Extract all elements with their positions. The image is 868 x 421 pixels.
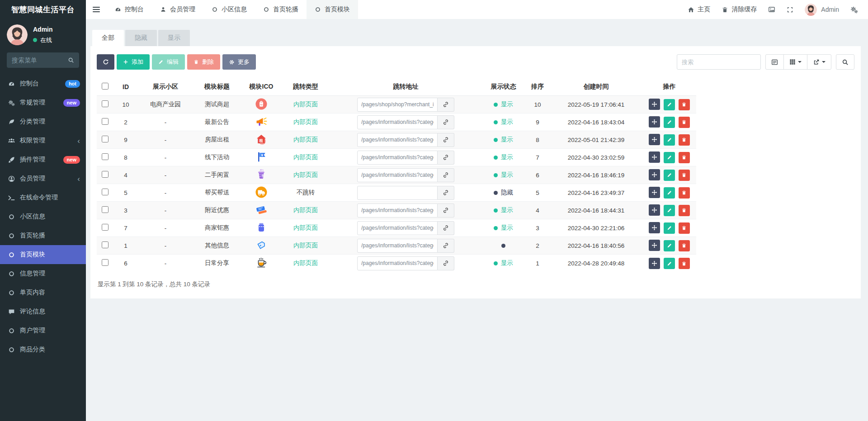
edit-row-button[interactable] bbox=[664, 117, 675, 128]
row-checkbox[interactable] bbox=[102, 118, 108, 125]
edit-row-button[interactable] bbox=[664, 99, 675, 110]
jump-url-input[interactable] bbox=[357, 203, 438, 218]
row-checkbox[interactable] bbox=[102, 171, 108, 178]
row-checkbox[interactable] bbox=[102, 189, 108, 195]
jump-url-input[interactable] bbox=[357, 133, 438, 147]
clear-cache-button[interactable]: 清除缓存 bbox=[722, 5, 757, 14]
move-button[interactable] bbox=[649, 151, 660, 163]
delete-row-button[interactable] bbox=[679, 187, 690, 199]
edit-row-button[interactable] bbox=[664, 258, 675, 269]
jump-url-input[interactable] bbox=[357, 115, 438, 129]
link-button[interactable] bbox=[438, 133, 454, 147]
edit-row-button[interactable] bbox=[664, 152, 675, 163]
move-button[interactable] bbox=[649, 204, 660, 216]
export-button[interactable] bbox=[807, 54, 831, 70]
fullscreen-icon[interactable] bbox=[787, 6, 793, 13]
delete-button[interactable]: 删除 bbox=[187, 54, 220, 70]
link-button[interactable] bbox=[438, 256, 454, 270]
sidebar-item-分类管理[interactable]: 分类管理 bbox=[0, 112, 86, 131]
delete-row-button[interactable] bbox=[679, 222, 690, 234]
filter-tab-全部[interactable]: 全部 bbox=[92, 30, 124, 46]
edit-row-button[interactable] bbox=[664, 170, 675, 181]
more-button[interactable]: 更多 bbox=[222, 54, 256, 70]
delete-row-button[interactable] bbox=[679, 134, 690, 146]
delete-row-button[interactable] bbox=[679, 170, 690, 181]
sidebar-item-会员管理[interactable]: 会员管理‹ bbox=[0, 169, 86, 188]
home-link[interactable]: 主页 bbox=[688, 5, 710, 14]
delete-row-button[interactable] bbox=[679, 117, 690, 128]
delete-row-button[interactable] bbox=[679, 205, 690, 216]
sidebar-item-首页轮播[interactable]: 首页轮播 bbox=[0, 226, 86, 245]
delete-row-button[interactable] bbox=[679, 152, 690, 163]
move-button[interactable] bbox=[649, 240, 660, 251]
delete-row-button[interactable] bbox=[679, 240, 690, 251]
jump-url-input[interactable] bbox=[357, 186, 438, 200]
detail-view-button[interactable] bbox=[765, 54, 784, 70]
delete-row-button[interactable] bbox=[679, 258, 690, 269]
row-checkbox[interactable] bbox=[102, 153, 108, 160]
filter-tab-隐藏[interactable]: 隐藏 bbox=[125, 30, 157, 46]
sidebar-item-小区信息[interactable]: 小区信息 bbox=[0, 207, 86, 226]
move-button[interactable] bbox=[649, 222, 660, 233]
sidebar-item-常规管理[interactable]: 常规管理new bbox=[0, 93, 86, 112]
filter-tab-显示[interactable]: 显示 bbox=[158, 30, 190, 46]
sidebar-item-插件管理[interactable]: 插件管理new bbox=[0, 150, 86, 169]
select-all-checkbox[interactable] bbox=[102, 83, 108, 90]
move-button[interactable] bbox=[649, 169, 660, 180]
row-checkbox[interactable] bbox=[102, 136, 108, 142]
sidebar-item-首页模块[interactable]: 首页模块 bbox=[0, 245, 86, 264]
sidebar-item-商户管理[interactable]: 商户管理 bbox=[0, 321, 86, 340]
jump-url-input[interactable] bbox=[357, 256, 438, 270]
jump-url-input[interactable] bbox=[357, 239, 438, 253]
edit-button[interactable]: 编辑 bbox=[152, 54, 185, 70]
edit-row-button[interactable] bbox=[664, 205, 675, 216]
sidebar-item-权限管理[interactable]: 权限管理‹ bbox=[0, 131, 86, 150]
delete-row-button[interactable] bbox=[679, 99, 690, 110]
move-button[interactable] bbox=[649, 99, 660, 110]
row-checkbox[interactable] bbox=[102, 259, 108, 266]
topbar-tab-会员管理[interactable]: 会员管理 bbox=[152, 0, 203, 19]
link-button[interactable] bbox=[438, 151, 454, 165]
image-icon[interactable] bbox=[768, 6, 775, 13]
edit-row-button[interactable] bbox=[664, 187, 675, 199]
link-button[interactable] bbox=[438, 221, 454, 235]
sidebar-search-input[interactable] bbox=[12, 57, 68, 64]
search-button[interactable] bbox=[836, 54, 854, 70]
add-button[interactable]: 添加 bbox=[117, 54, 150, 70]
sidebar-item-评论信息[interactable]: 评论信息 bbox=[0, 302, 86, 321]
sidebar-item-控制台[interactable]: 控制台hot bbox=[0, 74, 86, 93]
link-button[interactable] bbox=[438, 203, 454, 218]
user-menu[interactable]: Admin bbox=[805, 4, 839, 16]
columns-button[interactable] bbox=[783, 54, 807, 70]
link-button[interactable] bbox=[438, 115, 454, 129]
edit-row-button[interactable] bbox=[664, 240, 675, 251]
topbar-tab-小区信息[interactable]: 小区信息 bbox=[203, 0, 255, 19]
table-search-input[interactable] bbox=[677, 54, 761, 70]
topbar-tab-首页模块[interactable]: 首页模块 bbox=[307, 0, 358, 19]
row-checkbox[interactable] bbox=[102, 100, 108, 107]
link-button[interactable] bbox=[438, 186, 454, 200]
row-checkbox[interactable] bbox=[102, 241, 108, 248]
move-button[interactable] bbox=[649, 116, 660, 128]
settings-gear-icon[interactable] bbox=[850, 6, 858, 14]
sidebar-item-单页内容[interactable]: 单页内容 bbox=[0, 283, 86, 302]
link-button[interactable] bbox=[438, 98, 454, 112]
jump-url-input[interactable] bbox=[357, 151, 438, 165]
move-button[interactable] bbox=[649, 134, 660, 145]
sidebar-item-信息管理[interactable]: 信息管理 bbox=[0, 264, 86, 283]
row-checkbox[interactable] bbox=[102, 224, 108, 231]
link-button[interactable] bbox=[438, 239, 454, 253]
topbar-tab-首页轮播[interactable]: 首页轮播 bbox=[255, 0, 307, 19]
edit-row-button[interactable] bbox=[664, 134, 675, 146]
move-button[interactable] bbox=[649, 187, 660, 198]
jump-url-input[interactable] bbox=[357, 168, 438, 182]
link-button[interactable] bbox=[438, 168, 454, 182]
hamburger-button[interactable] bbox=[86, 0, 107, 19]
sidebar-item-在线命令管理[interactable]: 在线命令管理 bbox=[0, 188, 86, 207]
edit-row-button[interactable] bbox=[664, 222, 675, 234]
topbar-tab-控制台[interactable]: 控制台 bbox=[107, 0, 152, 19]
jump-url-input[interactable] bbox=[357, 221, 438, 235]
refresh-button[interactable] bbox=[97, 54, 114, 70]
jump-url-input[interactable] bbox=[357, 98, 438, 112]
sidebar-item-商品分类[interactable]: 商品分类 bbox=[0, 340, 86, 359]
